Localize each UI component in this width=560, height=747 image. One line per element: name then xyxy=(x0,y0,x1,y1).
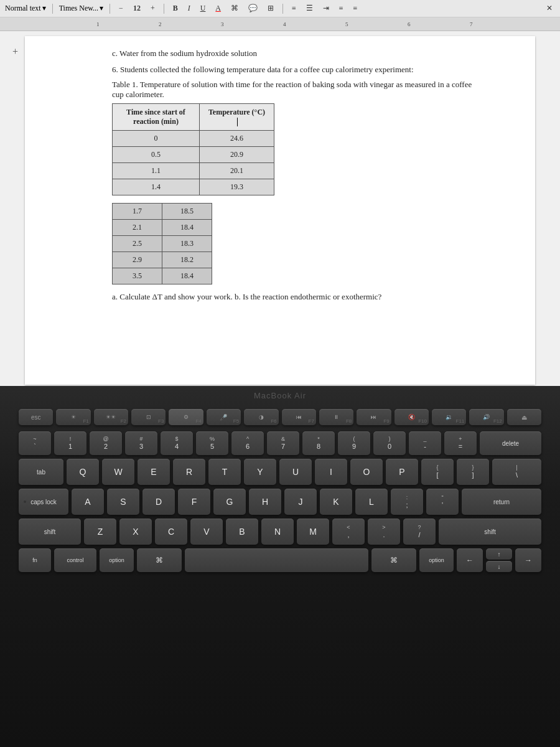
f12-key[interactable]: 🔊 F12 xyxy=(469,409,503,425)
ctrl-key[interactable]: control xyxy=(54,548,96,572)
6-key[interactable]: ^ 6 xyxy=(231,431,264,455)
j-key[interactable]: J xyxy=(284,489,317,515)
link-btn[interactable]: ⌘ xyxy=(228,3,241,14)
italic-btn[interactable]: I xyxy=(185,3,193,14)
equals-key[interactable]: + = xyxy=(444,431,477,455)
g-key[interactable]: G xyxy=(213,489,246,515)
right-cmd-key[interactable]: ⌘ xyxy=(371,548,416,572)
comment-btn[interactable]: 💬 xyxy=(246,3,260,14)
3-key[interactable]: # 3 xyxy=(125,431,157,455)
underline-btn[interactable]: U xyxy=(198,3,208,14)
close-btn[interactable]: ✕ xyxy=(544,3,555,14)
l-key[interactable]: L xyxy=(355,489,388,515)
c-key[interactable]: C xyxy=(155,519,187,545)
tab-key[interactable]: tab xyxy=(19,459,63,485)
power-key[interactable]: ⏏ xyxy=(507,409,541,425)
f3-key[interactable]: ⊡ F3 xyxy=(131,409,166,425)
esc-key[interactable]: esc xyxy=(19,409,53,425)
left-arrow-key[interactable]: ← xyxy=(457,548,483,572)
lbracket-key[interactable]: { [ xyxy=(421,459,454,485)
7-key[interactable]: & 7 xyxy=(267,431,299,455)
up-arrow-key[interactable]: ↑ xyxy=(486,548,512,560)
v-key[interactable]: V xyxy=(190,519,223,545)
indent-btn[interactable]: ⇥ xyxy=(320,3,332,14)
backtick-key[interactable]: ~ ` xyxy=(19,431,51,455)
f-key[interactable]: F xyxy=(178,489,210,515)
n-key[interactable]: N xyxy=(261,519,294,545)
right-option-key[interactable]: option xyxy=(419,548,454,572)
left-cmd-key[interactable]: ⌘ xyxy=(137,548,182,572)
1-key[interactable]: ! 1 xyxy=(54,431,86,455)
rbracket-key[interactable]: } ] xyxy=(457,459,489,485)
delete-key[interactable]: delete xyxy=(480,431,541,455)
r-key[interactable]: R xyxy=(173,459,205,485)
q-key[interactable]: Q xyxy=(67,459,99,485)
align2-btn[interactable]: ≡ xyxy=(351,3,360,14)
b-key[interactable]: B xyxy=(226,519,258,545)
o-key[interactable]: O xyxy=(350,459,383,485)
s-key[interactable]: S xyxy=(107,489,139,515)
font-dropdown[interactable]: Times New... ▾ xyxy=(59,4,103,13)
increase-font-btn[interactable]: + xyxy=(148,3,157,14)
list-btn[interactable]: ≡ xyxy=(289,3,299,14)
semicolon-key[interactable]: : ; xyxy=(391,489,423,515)
font-color-btn[interactable]: A xyxy=(213,3,223,14)
h-key[interactable]: H xyxy=(249,489,281,515)
f11-key[interactable]: 🔉 F11 xyxy=(432,409,466,425)
4-key[interactable]: $ 4 xyxy=(161,431,193,455)
caps-lock-key[interactable]: caps lock xyxy=(19,489,68,515)
slash-key[interactable]: ? / xyxy=(403,519,436,545)
2-key[interactable]: @ 2 xyxy=(90,431,122,455)
f8-key[interactable]: ⏸ F8 xyxy=(319,409,353,425)
d-key[interactable]: D xyxy=(142,489,175,515)
fn-key[interactable]: fn xyxy=(19,548,51,572)
a-key[interactable]: A xyxy=(72,489,104,515)
k-key[interactable]: K xyxy=(320,489,352,515)
style-dropdown[interactable]: Normal text ▾ xyxy=(5,4,46,13)
comma-key[interactable]: < , xyxy=(332,519,365,545)
f7-key[interactable]: ⏮ F7 xyxy=(282,409,316,425)
f9-key[interactable]: ⏭ F9 xyxy=(357,409,391,425)
font-size-display: 12 xyxy=(131,3,143,14)
e-key[interactable]: E xyxy=(138,459,170,485)
f10-key[interactable]: 🔇 F10 xyxy=(394,409,429,425)
left-option-key[interactable]: option xyxy=(100,548,134,572)
0-key[interactable]: ) 0 xyxy=(373,431,406,455)
quote-key[interactable]: " ' xyxy=(426,489,459,515)
p-key[interactable]: P xyxy=(386,459,418,485)
5-key[interactable]: % 5 xyxy=(196,431,228,455)
f4-key[interactable]: ⚙ F4 xyxy=(169,409,203,425)
m-key[interactable]: M xyxy=(297,519,329,545)
z-key[interactable]: Z xyxy=(84,519,116,545)
time-cell: 1.7 xyxy=(113,204,162,220)
add-content-btn[interactable]: + xyxy=(12,46,18,57)
doc-content[interactable]: + c. Water from the sodium hydroxide sol… xyxy=(25,36,535,385)
u-key[interactable]: U xyxy=(279,459,312,485)
space-key[interactable] xyxy=(185,548,368,572)
right-shift-key[interactable]: shift xyxy=(439,519,541,545)
align-btn[interactable]: ≡ xyxy=(337,3,346,14)
decrease-font-btn[interactable]: − xyxy=(116,3,126,14)
insert-btn[interactable]: ⊞ xyxy=(265,3,276,14)
f6-key[interactable]: ◑ F6 xyxy=(244,409,278,425)
f2-key[interactable]: ☀☀ F2 xyxy=(94,409,128,425)
down-arrow-key[interactable]: ↓ xyxy=(486,561,512,572)
i-key[interactable]: I xyxy=(315,459,347,485)
minus-key[interactable]: _ - xyxy=(409,431,441,455)
return-key[interactable]: return xyxy=(462,489,541,515)
t-key[interactable]: T xyxy=(208,459,241,485)
left-shift-key[interactable]: shift xyxy=(19,519,81,545)
bold-btn[interactable]: B xyxy=(170,3,180,14)
backslash-key[interactable]: | \ xyxy=(492,459,541,485)
w-key[interactable]: W xyxy=(102,459,134,485)
right-arrow-key[interactable]: → xyxy=(515,548,541,572)
number-row: ~ ` ! 1 @ 2 # 3 $ 4 % 5 xyxy=(19,431,541,455)
8-key[interactable]: * 8 xyxy=(302,431,335,455)
list2-btn[interactable]: ☰ xyxy=(304,3,315,14)
period-key[interactable]: > . xyxy=(368,519,400,545)
f5-key[interactable]: 🎤 F5 xyxy=(207,409,241,425)
y-key[interactable]: Y xyxy=(244,459,276,485)
9-key[interactable]: ( 9 xyxy=(338,431,370,455)
x-key[interactable]: X xyxy=(119,519,152,545)
f1-key[interactable]: ☀ F1 xyxy=(56,409,90,425)
